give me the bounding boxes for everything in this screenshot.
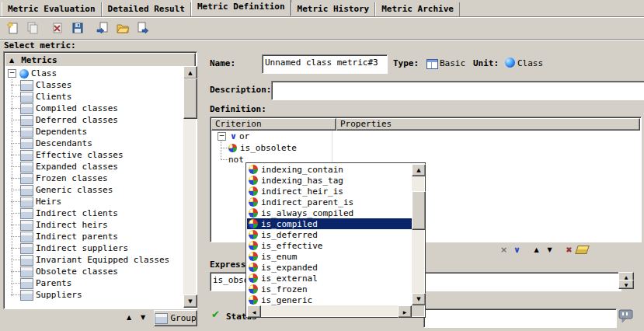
criterion-icon [249, 208, 258, 218]
collapse-icon[interactable]: − [8, 69, 16, 78]
criterion-dropdown: indexing_contain indexing_has_tag indire… [245, 162, 426, 318]
status-input[interactable] [423, 308, 617, 328]
erase-definition-button[interactable] [576, 243, 589, 256]
tree-item[interactable]: Compiled classes [5, 103, 183, 114]
dropdown-item[interactable]: is_external [247, 273, 412, 284]
criterion-icon [249, 263, 258, 272]
dropdown-item[interactable]: indirect_parent_is [247, 197, 412, 207]
dropdown-item[interactable]: indexing_has_tag [247, 175, 412, 186]
comment-icon [618, 309, 634, 323]
group-icon [155, 313, 168, 324]
dropdown-item[interactable]: is_effective [247, 240, 412, 251]
tab-metric-definition[interactable]: Metric Definition [191, 0, 291, 16]
dropdown-horizontal-scrollbar[interactable]: ◀ ▶ [247, 305, 412, 316]
sort-ascending-icon: ▲ [9, 54, 14, 66]
tab-detailed-result[interactable]: Detailed Result [102, 2, 191, 16]
tree-scrollbar[interactable]: ▲ ▼ [183, 66, 196, 308]
exchange-button[interactable]: × [497, 243, 510, 256]
criterion-label: not [228, 155, 244, 165]
tree-scrollbar-thumb[interactable] [183, 78, 197, 119]
scroll-down-icon[interactable]: ▼ [183, 294, 197, 308]
scroll-down-icon[interactable]: ▼ [412, 293, 426, 305]
scroll-left-icon[interactable]: ◀ [247, 305, 261, 318]
metric-icon [20, 278, 33, 289]
tree-item-label: Heirs [36, 197, 61, 207]
tree-item[interactable]: Indirect parents [5, 231, 183, 242]
description-input[interactable] [271, 81, 644, 100]
tab-metric-archive[interactable]: Metric Archive [375, 2, 460, 16]
properties-column-header[interactable]: Properties [336, 118, 640, 131]
dropdown-scrollbar-thumb[interactable] [412, 191, 426, 230]
move-criterion-up-button[interactable]: ▲ [530, 243, 543, 256]
tree-item[interactable]: Suppliers [5, 289, 183, 301]
criterion-row-is-obsolete[interactable]: is_obsolete [211, 142, 640, 154]
move-metric-down-button[interactable]: ▼ [137, 311, 149, 323]
dropdown-item-selected[interactable]: is_compiled [247, 218, 412, 229]
tree-item[interactable]: Indirect suppliers [5, 242, 183, 254]
move-criterion-down-button[interactable]: ▼ [543, 243, 556, 256]
dropdown-item-label: indirect_heir_is [261, 186, 343, 197]
tree-item-class-root[interactable]: − Class [5, 68, 183, 79]
dropdown-item[interactable]: is_expanded [247, 262, 412, 273]
tree-item[interactable]: Expanded classes [5, 161, 183, 172]
metric-icon [20, 92, 33, 103]
scroll-up-icon[interactable]: ▲ [412, 164, 426, 176]
scrollbar-corner [412, 305, 424, 316]
dropdown-vertical-scrollbar[interactable]: ▲ ▼ [412, 164, 424, 305]
tree-item[interactable]: Deferred classes [5, 114, 183, 126]
criterion-icon [249, 230, 258, 239]
tab-metric-evaluation[interactable]: Metric Evaluation [2, 2, 102, 16]
scroll-right-icon[interactable]: ▶ [398, 305, 412, 318]
name-input[interactable]: Unnamed class metric#3 [262, 54, 388, 74]
dropdown-item[interactable]: is_deferred [247, 229, 412, 240]
definition-table-header: Criterion Properties [211, 118, 640, 131]
tab-metric-history[interactable]: Metric History [291, 2, 376, 16]
import-metrics-button[interactable] [93, 19, 112, 37]
tree-item[interactable]: Heirs [5, 196, 183, 207]
or-operator-button[interactable]: ∨ [510, 243, 524, 256]
tree-item[interactable]: Indirect heirs [5, 219, 183, 231]
scroll-up-icon[interactable]: ▲ [183, 66, 197, 79]
dropdown-item[interactable]: is_generic [247, 294, 412, 305]
expression-scroll-down-button[interactable]: ▼ [618, 280, 634, 289]
dropdown-item-label: indexing_contain [261, 165, 343, 175]
tree-item[interactable]: Effective classes [5, 149, 183, 161]
dropdown-item-label: is_always_compiled [261, 208, 353, 218]
tree-item[interactable]: Dependents [5, 126, 183, 138]
dropdown-item[interactable]: indirect_heir_is [247, 186, 412, 197]
eraser-icon [575, 246, 590, 254]
tree-item[interactable]: Invariant Equipped classes [5, 254, 183, 266]
dropdown-item[interactable]: indexing_contain [247, 164, 412, 175]
save-metric-button[interactable] [68, 19, 87, 37]
open-metrics-button[interactable] [113, 19, 132, 37]
tree-item[interactable]: Generic classes [5, 184, 183, 196]
copy-metric-button[interactable] [23, 19, 42, 37]
tree-item[interactable]: Descendants [5, 138, 183, 149]
collapse-icon[interactable]: − [218, 132, 226, 141]
or-operator-icon: ∨ [230, 131, 237, 141]
delete-metric-button[interactable] [48, 19, 67, 37]
criterion-row-or[interactable]: − ∨ or [211, 131, 640, 142]
tree-item[interactable]: Classes [5, 79, 183, 91]
criterion-column-header[interactable]: Criterion [211, 118, 336, 131]
tree-item[interactable]: Indirect clients [5, 207, 183, 219]
metric-icon [20, 185, 33, 196]
tree-item[interactable]: Frozen classes [5, 172, 183, 184]
group-toggle-button[interactable]: Group [154, 310, 197, 326]
tree-item[interactable]: Obsolete classes [5, 266, 183, 277]
delete-criterion-button[interactable]: ✖ [562, 243, 576, 256]
tree-item[interactable]: Clients [5, 91, 183, 103]
metric-icon [20, 150, 33, 161]
toolbar-separator-line [0, 39, 644, 40]
tree-item-label: Generic classes [36, 185, 113, 195]
dropdown-item[interactable]: is_always_compiled [247, 207, 412, 218]
comment-button[interactable] [617, 308, 635, 324]
new-metric-button[interactable] [3, 19, 22, 37]
export-metrics-button[interactable] [134, 19, 152, 37]
move-metric-up-button[interactable]: ▲ [123, 311, 135, 323]
metric-icon [20, 127, 33, 138]
tree-item[interactable]: Parents [5, 277, 183, 289]
dropdown-item[interactable]: is_frozen [247, 284, 412, 294]
dropdown-item[interactable]: is_enum [247, 251, 412, 262]
tree-item-label: Indirect clients [36, 208, 118, 218]
